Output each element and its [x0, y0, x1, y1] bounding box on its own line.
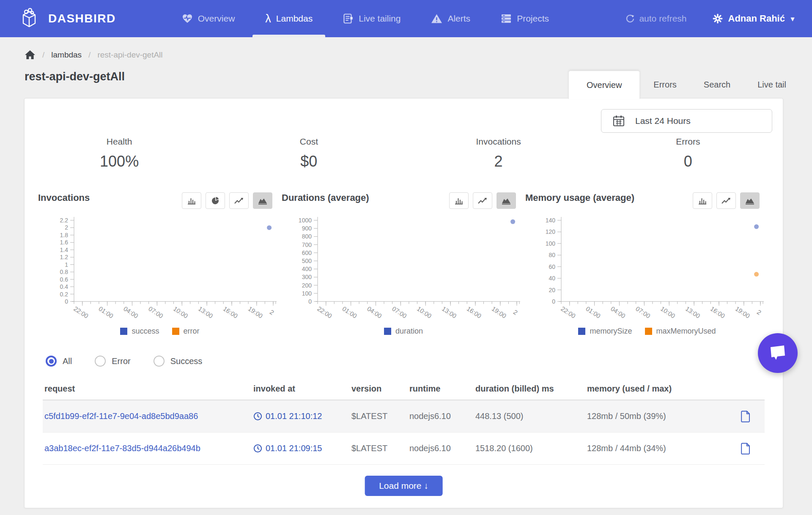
filter-radio-success[interactable]: Success [154, 356, 203, 367]
user-name: Adnan Rahić [728, 13, 785, 24]
svg-text:800: 800 [302, 233, 312, 240]
legend-item-success[interactable]: success [120, 327, 159, 336]
invoked-at-text: 01.01 21:09:15 [266, 444, 322, 453]
date-range-label: Last 24 Hours [635, 116, 691, 126]
auto-refresh-label: auto refresh [639, 14, 686, 24]
nav-item-live-tailing[interactable]: Live tailing [328, 0, 416, 37]
data-point-success[interactable] [267, 225, 272, 230]
tab-errors[interactable]: Errors [640, 71, 690, 99]
tab-overview[interactable]: Overview [568, 71, 640, 99]
nav-item-alerts[interactable]: Alerts [416, 0, 486, 37]
nav-item-label: Overview [198, 14, 235, 24]
area-chart-icon [258, 197, 268, 205]
nav-item-projects[interactable]: Projects [486, 0, 564, 37]
duration-cell: 448.13 (500) [475, 411, 587, 421]
stat-label: Cost [214, 137, 403, 147]
nav-item-label: Alerts [447, 14, 470, 24]
legend-item-duration[interactable]: duration [384, 327, 423, 336]
user-menu[interactable]: Adnan Rahić ▾ [712, 13, 795, 24]
alert-triangle-icon [431, 14, 442, 24]
data-point-memorySize[interactable] [754, 225, 759, 229]
area-chart-button[interactable] [497, 192, 516, 209]
stat-errors: Errors0 [593, 137, 783, 170]
nav-item-overview[interactable]: Overview [167, 0, 250, 37]
line-chart-icon [477, 197, 488, 205]
svg-text:16:00: 16:00 [709, 305, 727, 320]
legend-label: success [132, 327, 159, 336]
bar-chart-button[interactable] [693, 192, 712, 209]
stat-cost: Cost$0 [214, 137, 403, 170]
svg-text:600: 600 [302, 249, 312, 256]
request-log-button[interactable] [741, 410, 751, 423]
nav-item-label: Lambdas [276, 14, 313, 24]
home-icon[interactable] [25, 50, 36, 60]
brand[interactable]: DASHBIRD [18, 7, 116, 30]
svg-text:1.8: 1.8 [60, 232, 69, 238]
legend-item-maxMemoryUsed[interactable]: maxMemoryUsed [645, 327, 716, 336]
result-filters: AllErrorSuccess [46, 356, 202, 367]
bar-chart-button[interactable] [449, 192, 469, 209]
legend-swatch [645, 328, 652, 335]
svg-text:07:00: 07:00 [147, 305, 165, 320]
svg-text:2: 2 [512, 308, 519, 316]
svg-text:01:00: 01:00 [97, 305, 115, 320]
legend-item-memorySize[interactable]: memorySize [578, 327, 632, 336]
document-icon [741, 442, 751, 455]
nav-item-label: Projects [517, 14, 549, 24]
version-cell: $LATEST [351, 411, 409, 421]
pie-chart-button[interactable] [206, 192, 225, 209]
bar-chart-button[interactable] [182, 192, 201, 209]
nav-item-label: Live tailing [359, 14, 401, 24]
svg-text:10:00: 10:00 [172, 305, 189, 320]
line-chart-button[interactable] [229, 192, 249, 209]
tab-live-tail[interactable]: Live tail [744, 71, 800, 99]
area-chart-button[interactable] [253, 192, 272, 209]
request-link[interactable]: c5fd1b99-ef2f-11e7-9e04-ad8e5bd9aa86 [44, 411, 198, 421]
auto-refresh-button[interactable]: auto refresh [625, 14, 686, 24]
stat-health: Health100% [25, 137, 214, 170]
line-chart-button[interactable] [716, 192, 736, 209]
line-chart-button[interactable] [473, 192, 492, 209]
memory-cell: 128mb / 50mb (39%) [587, 411, 727, 421]
svg-text:22:00: 22:00 [72, 305, 90, 320]
bar-chart-icon [698, 197, 707, 205]
chat-launcher-button[interactable] [758, 333, 798, 373]
page-title: rest-api-dev-getAll [25, 70, 125, 83]
pie-chart-icon [211, 197, 219, 205]
svg-text:2: 2 [65, 224, 68, 231]
svg-text:1: 1 [65, 261, 68, 268]
load-more-button[interactable]: Load more ↓ [365, 476, 443, 496]
legend-swatch [578, 328, 585, 335]
request-log-button[interactable] [741, 442, 751, 455]
svg-text:04:00: 04:00 [122, 305, 140, 320]
svg-text:19:00: 19:00 [734, 305, 752, 320]
data-point-duration[interactable] [510, 219, 515, 224]
svg-text:0: 0 [308, 298, 312, 305]
chat-bubble-icon [768, 344, 787, 362]
breadcrumb-lambdas[interactable]: lambdas [51, 50, 82, 60]
stat-value: 2 [404, 153, 593, 170]
clock-icon [253, 444, 262, 453]
area-chart-button[interactable] [740, 192, 760, 209]
version-cell: $LATEST [351, 444, 409, 453]
invoked-at-link[interactable]: 01.01 21:09:15 [253, 444, 351, 453]
duration-cell: 1518.20 (1600) [475, 444, 587, 453]
request-link[interactable]: a3ab18ec-ef2f-11e7-83d5-d944a26b494b [44, 444, 200, 453]
svg-text:40: 40 [549, 275, 555, 282]
filter-radio-error[interactable]: Error [95, 356, 130, 367]
invocations-table: requestinvoked atversionruntimeduration … [43, 378, 765, 465]
legend-item-error[interactable]: error [172, 327, 200, 336]
nav-item-lambdas[interactable]: λLambdas [250, 0, 328, 37]
svg-text:10:00: 10:00 [416, 305, 433, 320]
column-header-duration: duration (billed) ms [475, 384, 587, 394]
dashbird-logo-icon [18, 7, 41, 30]
chart-canvas: 02040608010012014022:0001:0004:0007:0010… [525, 214, 769, 323]
filter-radio-all[interactable]: All [46, 356, 72, 367]
tab-search[interactable]: Search [690, 71, 744, 99]
svg-text:2: 2 [269, 308, 275, 316]
svg-text:0.4: 0.4 [60, 283, 69, 290]
stat-value: $0 [214, 153, 403, 170]
invoked-at-link[interactable]: 01.01 21:10:12 [253, 411, 351, 421]
data-point-maxMemoryUsed[interactable] [754, 272, 759, 277]
date-range-picker[interactable]: Last 24 Hours [601, 109, 772, 133]
